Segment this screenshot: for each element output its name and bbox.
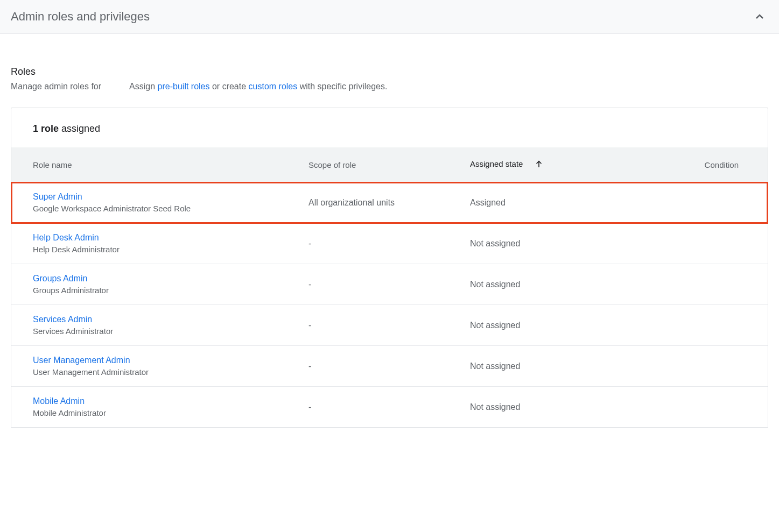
cell-state: Not assigned: [464, 305, 620, 346]
cell-role: User Management AdminUser Management Adm…: [11, 346, 302, 387]
panel-title: Admin roles and privileges: [11, 10, 150, 24]
card-header: 1 role assigned: [11, 108, 768, 147]
table-row[interactable]: Help Desk AdminHelp Desk Administrator-N…: [11, 223, 768, 264]
cell-state: Not assigned: [464, 223, 620, 264]
role-count-bold: 1 role: [33, 123, 59, 134]
cell-condition: [620, 305, 768, 346]
cell-scope: -: [302, 223, 464, 264]
table-row[interactable]: Mobile AdminMobile Administrator-Not ass…: [11, 387, 768, 428]
col-header-state[interactable]: Assigned state: [464, 147, 620, 182]
cell-role: Mobile AdminMobile Administrator: [11, 387, 302, 428]
role-description: Help Desk Administrator: [33, 245, 296, 254]
role-name-link[interactable]: Help Desk Admin: [33, 233, 296, 243]
table-row[interactable]: Super AdminGoogle Workspace Administrato…: [11, 182, 768, 223]
cell-role: Groups AdminGroups Administrator: [11, 264, 302, 305]
subtitle-or: or create: [210, 82, 249, 91]
roles-card: 1 role assigned Role name Scope of role …: [11, 108, 768, 428]
table-body: Super AdminGoogle Workspace Administrato…: [11, 182, 768, 428]
cell-scope: -: [302, 264, 464, 305]
prebuilt-roles-link[interactable]: pre-built roles: [158, 82, 210, 91]
cell-state: Not assigned: [464, 346, 620, 387]
col-header-state-label: Assigned state: [470, 159, 523, 168]
section-subtitle: Manage admin roles for Assign pre-built …: [11, 82, 768, 91]
table-row[interactable]: User Management AdminUser Management Adm…: [11, 346, 768, 387]
table-row[interactable]: Services AdminServices Administrator-Not…: [11, 305, 768, 346]
role-count-rest: assigned: [59, 123, 100, 134]
role-name-link[interactable]: Services Admin: [33, 315, 296, 324]
role-description: Google Workspace Administrator Seed Role: [33, 204, 296, 213]
cell-role: Services AdminServices Administrator: [11, 305, 302, 346]
cell-condition: [620, 346, 768, 387]
cell-condition: [620, 387, 768, 428]
cell-condition: [620, 264, 768, 305]
role-name-link[interactable]: Mobile Admin: [33, 396, 296, 406]
roles-table: Role name Scope of role Assigned state C…: [11, 147, 768, 428]
custom-roles-link[interactable]: custom roles: [249, 82, 298, 91]
cell-scope: All organizational units: [302, 182, 464, 223]
role-description: Services Administrator: [33, 327, 296, 336]
table-row[interactable]: Groups AdminGroups Administrator-Not ass…: [11, 264, 768, 305]
role-name-link[interactable]: User Management Admin: [33, 356, 296, 365]
table-head: Role name Scope of role Assigned state C…: [11, 147, 768, 182]
cell-state: Not assigned: [464, 387, 620, 428]
subtitle-assign: Assign: [129, 82, 157, 91]
chevron-up-icon[interactable]: [753, 10, 766, 23]
col-header-role[interactable]: Role name: [11, 147, 302, 182]
content-area: Roles Manage admin roles for Assign pre-…: [0, 34, 779, 428]
col-header-scope[interactable]: Scope of role: [302, 147, 464, 182]
cell-condition: [620, 182, 768, 223]
subtitle-suffix: with specific privileges.: [297, 82, 387, 91]
cell-role: Super AdminGoogle Workspace Administrato…: [11, 182, 302, 223]
role-name-link[interactable]: Super Admin: [33, 192, 296, 202]
col-header-condition[interactable]: Condition: [620, 147, 768, 182]
cell-role: Help Desk AdminHelp Desk Administrator: [11, 223, 302, 264]
arrow-up-icon: [534, 159, 544, 171]
cell-scope: -: [302, 346, 464, 387]
role-description: Groups Administrator: [33, 286, 296, 295]
card-header-title: 1 role assigned: [33, 123, 746, 134]
cell-state: Not assigned: [464, 264, 620, 305]
subtitle-prefix: Manage admin roles for: [11, 82, 101, 91]
cell-state: Assigned: [464, 182, 620, 223]
cell-scope: -: [302, 305, 464, 346]
panel-header: Admin roles and privileges: [0, 0, 779, 34]
role-description: User Management Administrator: [33, 367, 296, 377]
section-title: Roles: [11, 66, 768, 77]
role-name-link[interactable]: Groups Admin: [33, 274, 296, 283]
role-description: Mobile Administrator: [33, 408, 296, 417]
cell-scope: -: [302, 387, 464, 428]
cell-condition: [620, 223, 768, 264]
